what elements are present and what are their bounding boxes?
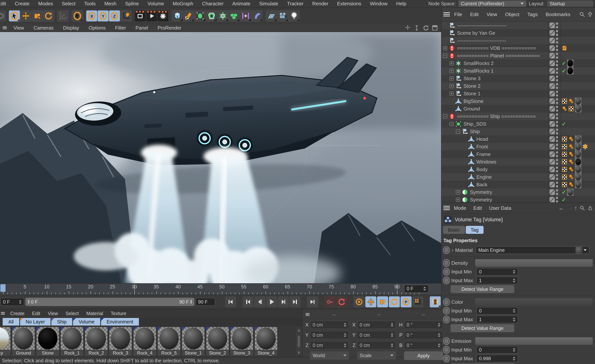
layer-toggle-icon[interactable]	[550, 68, 555, 74]
param-radio[interactable]	[443, 355, 450, 362]
visibility-dots-icon[interactable]	[556, 136, 558, 142]
chevron-right-icon[interactable]: ›	[452, 248, 453, 253]
density-gradient-bar[interactable]	[475, 259, 593, 267]
lock-icon[interactable]	[588, 205, 593, 211]
primitive-cube-icon[interactable]	[172, 10, 183, 21]
toggle-view-icon[interactable]	[432, 25, 438, 31]
object-row[interactable]: −=========== Planet ============	[441, 52, 595, 59]
enabled-check-icon[interactable]: ✓	[562, 60, 566, 66]
coord-field-1-x[interactable]: 0 cm	[357, 321, 396, 329]
material-menu-texture[interactable]: Texture	[107, 311, 130, 316]
layer-toggle-icon[interactable]	[550, 30, 555, 36]
menu-tools[interactable]: Tools	[80, 1, 100, 7]
emission-radio[interactable]	[443, 337, 450, 345]
goto-start-button[interactable]	[225, 296, 236, 307]
keyframe-selection-button[interactable]	[354, 296, 365, 307]
visibility-dots-icon[interactable]	[556, 98, 558, 104]
object-row[interactable]: Head	[441, 135, 595, 143]
search-icon[interactable]	[579, 11, 585, 17]
uvw-tag-icon[interactable]	[568, 106, 574, 112]
param-radio[interactable]	[443, 346, 450, 354]
layer-toggle-icon[interactable]	[550, 60, 555, 66]
texture-tag-icon[interactable]	[575, 136, 581, 143]
play-forward-button[interactable]	[266, 296, 277, 307]
coord-field-1-z[interactable]: 0 cm	[357, 341, 396, 350]
axis-x-icon[interactable]: X	[86, 10, 97, 21]
visibility-dots-icon[interactable]	[556, 144, 558, 150]
layer-toggle-icon[interactable]	[550, 114, 555, 119]
spinner-arrows-icon[interactable]	[19, 300, 21, 304]
object-row[interactable]: +Stone 1	[441, 90, 595, 97]
enabled-check-icon[interactable]: ✓	[562, 197, 566, 203]
density-radio[interactable]	[443, 259, 450, 267]
material-scrollbar[interactable]: ∧ ∨	[296, 328, 302, 356]
layer-toggle-icon[interactable]	[550, 136, 555, 142]
param-radio[interactable]	[443, 316, 450, 323]
subdivision-surface-icon[interactable]	[195, 10, 205, 21]
material-item-rock_5[interactable]: Rock_5	[157, 327, 181, 356]
layer-toggle-icon[interactable]	[550, 182, 555, 187]
object-row[interactable]: Body	[441, 166, 595, 173]
light-icon[interactable]	[289, 10, 300, 21]
enabled-check-icon[interactable]: ✓	[562, 68, 566, 74]
object-row[interactable]: +Symmetry✓	[441, 196, 595, 202]
enable-axis-psr-icon[interactable]: PSR	[57, 10, 68, 21]
key-rotation-button[interactable]	[389, 296, 400, 307]
visibility-dots-icon[interactable]	[556, 121, 558, 127]
axis-y-icon[interactable]: Y	[98, 10, 109, 21]
coord-field-2-h[interactable]: 0 °	[404, 321, 443, 329]
phong-tag-icon[interactable]	[562, 106, 567, 112]
layer-toggle-icon[interactable]	[550, 98, 555, 104]
array-icon[interactable]	[229, 10, 240, 21]
live-selection-icon[interactable]	[9, 10, 20, 21]
object-row[interactable]: BigStone	[441, 97, 595, 105]
up-icon[interactable]: ↑	[574, 205, 577, 211]
coord-field-0-x[interactable]: 0 cm	[310, 321, 349, 329]
emission-gradient-bar[interactable]	[475, 337, 593, 345]
param-radio[interactable]	[443, 277, 450, 284]
texture-tag-icon[interactable]	[575, 98, 581, 105]
object-menu-file[interactable]: File	[450, 12, 466, 17]
axis-z-icon[interactable]: Z	[109, 10, 120, 21]
layer-toggle-icon[interactable]	[550, 197, 555, 202]
object-row[interactable]: Scene by Yan Ge	[441, 29, 595, 37]
uvw-tag-icon[interactable]	[562, 182, 567, 187]
material-item-stone_2[interactable]: Stone_2	[206, 327, 229, 356]
layer-tab-no-layer[interactable]: No Layer	[20, 318, 51, 326]
uvw-tag-icon[interactable]	[562, 174, 567, 180]
material-item-rock_3[interactable]: Rock_3	[109, 327, 132, 356]
menu-volume[interactable]: Volume	[143, 1, 169, 7]
menu-extensions[interactable]: Extensions	[333, 1, 366, 7]
viewport-menu-options[interactable]: Options	[84, 25, 110, 31]
texture-tag-icon[interactable]	[567, 189, 574, 196]
param-radio[interactable]	[443, 307, 450, 314]
object-row[interactable]: −Ship	[441, 128, 595, 135]
layer-tab-environment[interactable]: Environment	[101, 318, 139, 326]
zoom-view-icon[interactable]	[413, 25, 420, 31]
key-pla-button[interactable]	[412, 296, 423, 307]
layer-toggle-icon[interactable]	[550, 167, 555, 172]
texture-tag-icon[interactable]	[575, 173, 581, 181]
expand-icon[interactable]: +	[449, 69, 454, 73]
visibility-dots-icon[interactable]	[556, 83, 558, 89]
layer-tab-all[interactable]: All	[3, 318, 19, 326]
spinner-arrows-icon[interactable]	[513, 348, 515, 352]
menu-spline[interactable]: Spline	[121, 1, 143, 7]
color-input-max-field[interactable]: 1	[476, 316, 518, 323]
texture-tag-icon[interactable]	[575, 105, 581, 112]
layer-toggle-icon[interactable]	[550, 22, 555, 28]
selection-icon[interactable]	[72, 10, 83, 21]
menu-help[interactable]: Help	[392, 1, 411, 7]
object-row[interactable]: +=========== VDB ============	[441, 44, 595, 52]
density-input-max-field[interactable]: 1	[476, 277, 518, 284]
freehand-spline-icon[interactable]	[183, 10, 194, 21]
layer-toggle-icon[interactable]	[550, 189, 555, 195]
uvw-tag-icon[interactable]	[562, 144, 567, 150]
material-menu-material[interactable]: Material	[82, 311, 107, 316]
menu-character[interactable]: Character	[198, 1, 228, 7]
menu-render[interactable]: Render	[308, 1, 333, 7]
forward-icon[interactable]: →	[567, 205, 572, 211]
material-item-rock_4[interactable]: Rock_4	[133, 327, 156, 356]
rotate-icon[interactable]	[43, 10, 54, 21]
chevron-down-icon[interactable]	[584, 249, 587, 251]
